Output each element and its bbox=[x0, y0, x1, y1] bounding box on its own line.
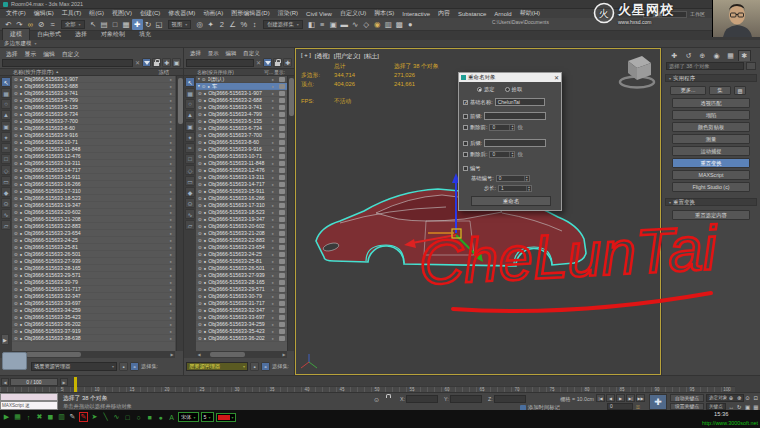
display-toggle-icon[interactable] bbox=[279, 182, 285, 187]
freeze-dot-icon[interactable]: ● bbox=[272, 252, 277, 257]
select-manipulate-icon[interactable]: ✦ bbox=[205, 19, 216, 30]
list-item[interactable]: ⊙●Obj3666-515633-2-688● bbox=[12, 83, 175, 90]
visibility-eye-icon[interactable]: ⊙ bbox=[14, 329, 18, 334]
explorer-column-header[interactable]: 名称(按升序排序) ▲ 冻结 bbox=[0, 68, 183, 76]
display-toggle-icon[interactable] bbox=[279, 84, 285, 89]
filled-rect-tool-icon[interactable]: ■ bbox=[145, 412, 154, 422]
display-toggle-icon[interactable] bbox=[279, 217, 285, 222]
freeze-dot-icon[interactable]: ● bbox=[170, 329, 175, 334]
utility-button-6[interactable]: 重置变换 bbox=[672, 158, 750, 168]
menu-item-6[interactable]: 创建(C) bbox=[136, 9, 164, 18]
freeze-dot-icon[interactable]: ● bbox=[272, 238, 277, 243]
list-item[interactable]: ⊙●Obj3666-515633-23-654● bbox=[196, 244, 287, 251]
list-item[interactable]: ⊙●Obj3666-515633-13-311● bbox=[196, 174, 287, 181]
display-filter-icon-13[interactable]: ∿ bbox=[185, 209, 195, 219]
freeze-dot-icon[interactable]: ● bbox=[170, 280, 175, 285]
rect-tool-icon[interactable]: □ bbox=[123, 412, 132, 422]
freeze-dot-icon[interactable]: ● bbox=[272, 280, 277, 285]
z-coordinate[interactable]: Z: bbox=[488, 395, 526, 403]
menu-item-7[interactable]: 修改器(M) bbox=[164, 9, 199, 18]
menu-item-9[interactable]: 图形编辑器(D) bbox=[227, 9, 273, 18]
zoom-all-icon[interactable]: ⊛ bbox=[735, 393, 743, 402]
clear-search-icon[interactable]: ✕ bbox=[255, 59, 262, 66]
display-filter-icon-3[interactable]: ○ bbox=[185, 99, 195, 109]
freeze-dot-icon[interactable]: ● bbox=[170, 84, 175, 89]
visibility-eye-icon[interactable]: ⊙ bbox=[198, 294, 202, 299]
selection-filter-dropdown[interactable]: 全部▾ bbox=[61, 20, 85, 29]
display-toggle-icon[interactable] bbox=[279, 126, 285, 131]
visibility-eye-icon[interactable]: ⊙ bbox=[14, 189, 18, 194]
display-filter-icon-4[interactable]: ▲ bbox=[185, 110, 195, 120]
freeze-dot-icon[interactable]: ● bbox=[272, 259, 277, 264]
list-item[interactable]: ⊙●Obj3666-515633-34-259● bbox=[12, 307, 175, 314]
freeze-dot-icon[interactable]: ● bbox=[170, 308, 175, 313]
visibility-eye-icon[interactable]: ⊙ bbox=[14, 196, 18, 201]
auto-key-button[interactable]: 自动关键点 bbox=[670, 394, 704, 402]
visibility-eye-icon[interactable]: ⊙ bbox=[14, 182, 18, 187]
freeze-dot-icon[interactable]: ● bbox=[272, 315, 277, 320]
viewport-menu-user[interactable]: [用户定义] bbox=[334, 52, 360, 61]
lock-icon[interactable] bbox=[152, 58, 161, 67]
list-item[interactable]: ⊙●Obj3666-515633-20-602● bbox=[12, 209, 175, 216]
freeze-dot-icon[interactable]: ● bbox=[170, 231, 175, 236]
view-cube[interactable] bbox=[614, 51, 660, 93]
filled-ellipse-tool-icon[interactable]: ● bbox=[156, 412, 165, 422]
utilities-tab-icon[interactable]: ✱ bbox=[738, 50, 751, 61]
maxscript-mini-listener-macro[interactable] bbox=[0, 393, 58, 401]
list-item[interactable]: ⊙●Obj3666-515633-17-310● bbox=[196, 202, 287, 209]
reference-coordinate-dropdown[interactable]: 视图▾ bbox=[168, 20, 192, 29]
freeze-dot-icon[interactable]: ● bbox=[272, 301, 277, 306]
set-keys-button[interactable]: ✚ bbox=[649, 394, 667, 410]
list-item[interactable]: ⊙●Obj3666-515633-4-799● bbox=[12, 97, 175, 104]
freeze-dot-icon[interactable]: ● bbox=[170, 273, 175, 278]
visibility-eye-icon[interactable]: ⊙ bbox=[198, 147, 202, 152]
workspace-label[interactable]: 工作区 bbox=[690, 11, 705, 17]
visibility-eye-icon[interactable]: ⊙ bbox=[14, 322, 18, 327]
freeze-dot-icon[interactable]: ● bbox=[170, 238, 175, 243]
list-item[interactable]: ⊙●Obj3666-515633-35-423● bbox=[196, 328, 287, 335]
spinner-snap-icon[interactable]: ↕ bbox=[249, 19, 260, 30]
range-right-arrow[interactable]: ▶ bbox=[60, 378, 68, 386]
disk-tool-icon[interactable]: ◼ bbox=[46, 412, 55, 422]
list-item[interactable]: ⊙●Obj3666-515633-8-60● bbox=[12, 125, 175, 132]
zoom-region-icon[interactable]: ⊡ bbox=[752, 393, 760, 402]
visibility-eye-icon[interactable]: ⊙ bbox=[198, 182, 202, 187]
list-item[interactable]: ⊙●Obj3666-515633-21-208● bbox=[12, 216, 175, 223]
explorer-type-dropdown[interactable]: 场景资源管理器▾ bbox=[31, 362, 117, 371]
container-icon[interactable]: ▣ bbox=[172, 58, 181, 67]
list-item[interactable]: ⊙●Obj3666-515633-10-71● bbox=[12, 139, 175, 146]
visibility-eye-icon[interactable]: ⊙ bbox=[198, 105, 202, 110]
select-move-icon[interactable]: ✚ bbox=[132, 19, 143, 30]
window-crossing-icon[interactable]: ▦ bbox=[121, 19, 132, 30]
freeze-dot-icon[interactable]: ● bbox=[170, 175, 175, 180]
list-item[interactable]: ⊙●Obj3666-515633-11-848● bbox=[196, 160, 287, 167]
scene-explorer-corner-icon[interactable] bbox=[2, 352, 27, 370]
list-item[interactable]: ⊙●Obj3666-515633-21-208● bbox=[196, 230, 287, 237]
freeze-dot-icon[interactable]: ● bbox=[272, 203, 277, 208]
snap-toggle-icon[interactable]: 2 bbox=[216, 19, 227, 30]
vertical-scrollbar[interactable] bbox=[176, 76, 183, 351]
display-filter-icon-12[interactable]: ⊙ bbox=[1, 198, 11, 208]
freeze-dot-icon[interactable]: ● bbox=[272, 119, 277, 124]
prev-frame-icon[interactable]: ◀ bbox=[606, 394, 615, 402]
curve-editor-icon[interactable]: ∿ bbox=[350, 19, 361, 30]
list-item[interactable]: ⊙●Obj3666-515633-9-916● bbox=[196, 146, 287, 153]
list-item[interactable]: ⊙●Obj3666-515633-32-347● bbox=[12, 293, 175, 300]
visibility-eye-icon[interactable]: ⊙ bbox=[14, 252, 18, 257]
list-item[interactable]: ⊙●Obj3666-515633-7-700● bbox=[12, 118, 175, 125]
list-item[interactable]: ⊙●Obj3666-515633-2-688● bbox=[196, 97, 287, 104]
dock-icon[interactable]: ▫ bbox=[261, 362, 270, 371]
more-utilities-button[interactable]: 更多... bbox=[670, 86, 706, 95]
list-item[interactable]: ⊙●Obj3666-515633-5-135● bbox=[12, 104, 175, 111]
display-filter-icon-1[interactable]: ↖ bbox=[1, 77, 11, 87]
freeze-dot-icon[interactable]: ● bbox=[170, 147, 175, 152]
display-filter-icon-13[interactable]: ∿ bbox=[1, 209, 11, 219]
vertical-scrollbar[interactable] bbox=[287, 76, 294, 351]
freeze-dot-icon[interactable]: ● bbox=[272, 336, 277, 341]
freeze-dot-icon[interactable]: ● bbox=[272, 133, 277, 138]
pick-container-icon[interactable]: ✚ bbox=[162, 58, 171, 67]
display-filter-icon-2[interactable]: ▦ bbox=[1, 88, 11, 98]
radio-selected[interactable] bbox=[477, 87, 482, 92]
display-filter-icon-5[interactable]: ▣ bbox=[185, 121, 195, 131]
explorer-menu-自定义[interactable]: 自定义 bbox=[240, 50, 262, 56]
